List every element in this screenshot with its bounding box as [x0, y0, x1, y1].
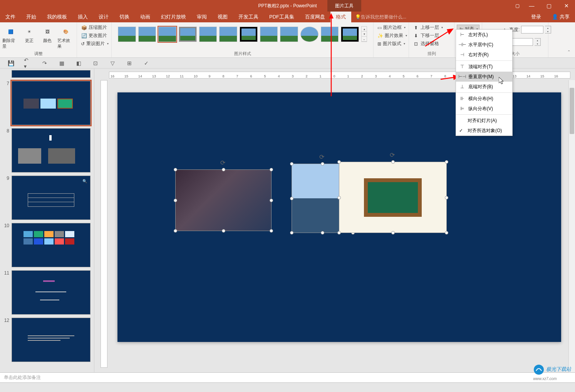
share-button[interactable]: 👤 共享 — [547, 13, 575, 20]
slide-thumbnail-panel[interactable]: 7 8 9 � — [0, 69, 94, 372]
qat-btn-6[interactable]: ⊡ — [92, 59, 99, 67]
undo-button[interactable]: ↶ ▾ — [24, 59, 32, 67]
align-selected-objects-item[interactable]: ✓对齐所选对象(O) — [456, 126, 512, 136]
align-bottom-item[interactable]: ⊥底端对齐(B) — [456, 82, 512, 92]
svg-point-7 — [534, 365, 544, 375]
width-spinner[interactable]: ▴▾ — [535, 38, 541, 46]
style-thumb-2[interactable] — [138, 27, 156, 42]
rotate-handle-icon[interactable]: ⟳ — [390, 151, 396, 157]
align-to-slide-item[interactable]: 对齐幻灯片(A) — [456, 116, 512, 126]
watermark: 极光下载站 www.xz7.com — [533, 364, 571, 381]
style-thumb-12[interactable] — [341, 27, 359, 42]
selected-image-3[interactable]: ⟳ — [339, 162, 447, 233]
style-thumb-3[interactable] — [158, 27, 176, 42]
distribute-v-item[interactable]: ⊫纵向分布(V) — [456, 104, 512, 114]
align-dropdown-menu: ⊢左对齐(L) ⊣⊢水平居中(C) ⊣右对齐(R) ⊤顶端对齐(T) ⊢⊣垂直居… — [456, 29, 513, 136]
slide-thumbnail-7[interactable]: 7 — [0, 79, 94, 127]
tab-baidu[interactable]: 百度网盘 — [300, 12, 330, 22]
tab-pdf[interactable]: PDF工具集 — [264, 12, 300, 22]
tab-insert[interactable]: 插入 — [72, 12, 93, 22]
corrections-button[interactable]: ☀ 更正 — [21, 24, 38, 49]
collapse-ribbon-button[interactable]: ⌃ — [567, 50, 573, 56]
align-center-h-item[interactable]: ⊣⊢水平居中(C) — [456, 40, 512, 50]
change-picture-button[interactable]: 🔄更改图片 — [79, 32, 109, 39]
style-thumb-1[interactable] — [118, 27, 136, 42]
qat-btn-5[interactable]: ◧ — [75, 59, 82, 67]
picture-layout-button[interactable]: ⊞图片版式▾ — [376, 40, 406, 47]
qat-btn-8[interactable]: ⊞ — [126, 59, 133, 67]
save-button[interactable]: 💾 — [7, 59, 15, 67]
maximize-button[interactable]: ▢ — [540, 0, 558, 12]
slide-thumbnail-12[interactable]: 12 — [0, 316, 94, 364]
align-left-item[interactable]: ⊢左对齐(L) — [456, 30, 512, 40]
notes-placeholder: 单击此处添加备注 — [4, 375, 41, 380]
send-backward-button[interactable]: ⬇下移一层 — [411, 32, 452, 39]
style-thumb-8[interactable] — [260, 27, 278, 42]
minimize-button[interactable]: — — [523, 0, 540, 12]
align-top-item[interactable]: ⊤顶端对齐(T) — [456, 62, 512, 72]
tab-transitions[interactable]: 切换 — [114, 12, 135, 22]
gallery-expand-button[interactable]: ▴▾⌄ — [361, 26, 367, 42]
qat-btn-9[interactable]: ✓ — [142, 59, 150, 67]
rotate-handle-icon[interactable]: ⟳ — [220, 159, 226, 165]
color-button[interactable]: 🖼 颜色 — [39, 24, 56, 49]
selection-pane-button[interactable]: ⊡选择窗格 — [411, 40, 452, 47]
style-thumb-9[interactable] — [280, 27, 298, 42]
style-thumb-4[interactable] — [179, 27, 197, 42]
tab-view[interactable]: 视图 — [212, 12, 233, 22]
notes-pane[interactable]: 单击此处添加备注 — [0, 372, 575, 382]
tab-templates[interactable]: 我的模板 — [42, 12, 72, 22]
artistic-effects-button[interactable]: 🎨 艺术效果 — [57, 24, 74, 49]
selection-icon: ⊡ — [413, 41, 419, 47]
reset-picture-button[interactable]: ↺重设图片▾ — [79, 40, 109, 47]
height-input[interactable] — [521, 26, 543, 34]
align-right-icon: ⊣ — [459, 52, 465, 58]
close-button[interactable]: ✕ — [558, 0, 575, 12]
ribbon-display-options[interactable]: ▢ — [511, 0, 523, 12]
bring-forward-button[interactable]: ⬆上移一层▾ — [411, 24, 452, 31]
style-thumb-11[interactable] — [321, 27, 339, 42]
compress-pictures-button[interactable]: 📦压缩图片 — [79, 24, 109, 31]
qat-btn-7[interactable]: ▽ — [109, 59, 116, 67]
thumb-number: 7 — [3, 81, 9, 125]
selected-image-1[interactable]: ⟳ — [175, 169, 272, 231]
tab-slideshow[interactable]: 幻灯片放映 — [156, 12, 191, 22]
tab-animations[interactable]: 动画 — [135, 12, 156, 22]
tab-developer[interactable]: 开发工具 — [233, 12, 264, 22]
slide-thumbnail-8[interactable]: 8 — [0, 127, 94, 174]
align-middle-v-item[interactable]: ⊢⊣垂直居中(M) — [456, 72, 512, 82]
remove-background-button[interactable]: 🟦 删除背景 — [2, 24, 19, 49]
vertical-scrollbar[interactable] — [568, 80, 575, 372]
tab-home[interactable]: 开始 — [21, 12, 42, 22]
style-thumb-5[interactable] — [199, 27, 217, 42]
slide-thumbnail-6-partial[interactable] — [0, 70, 94, 79]
style-thumb-6[interactable] — [219, 27, 237, 42]
tell-me-search[interactable]: 💡 告诉我您想要做什么... — [351, 14, 410, 20]
thumb-number: 12 — [3, 318, 9, 362]
slide-thumbnail-11[interactable]: 11 — [0, 269, 94, 316]
slide-thumbnail-10[interactable]: 10 — [0, 221, 94, 269]
height-spinner[interactable]: ▴▾ — [545, 26, 551, 34]
picture-border-button[interactable]: ▭图片边框▾ — [376, 24, 406, 31]
align-right-item[interactable]: ⊣右对齐(R) — [456, 50, 512, 60]
ribbon-tabs: 文件 开始 我的模板 插入 设计 切换 动画 幻灯片放映 审阅 视图 开发工具 … — [0, 12, 575, 22]
rotate-handle-icon[interactable]: ⟳ — [319, 153, 325, 159]
style-thumb-7[interactable] — [240, 27, 258, 42]
picture-effects-button[interactable]: ✨图片效果▾ — [376, 32, 406, 39]
tab-review[interactable]: 审阅 — [191, 12, 212, 22]
style-thumb-10[interactable] — [300, 27, 319, 42]
align-center-h-icon: ⊣⊢ — [459, 42, 465, 48]
brightness-icon: ☀ — [23, 25, 35, 38]
group-label-adjust: 调整 — [0, 51, 77, 57]
tab-file[interactable]: 文件 — [0, 12, 21, 22]
login-button[interactable]: 登录 — [526, 13, 547, 20]
tab-design[interactable]: 设计 — [93, 12, 114, 22]
tab-format[interactable]: 格式 — [330, 12, 351, 22]
width-input[interactable] — [511, 38, 533, 46]
distribute-h-item[interactable]: ⊪横向分布(H) — [456, 94, 512, 104]
picture-styles-gallery[interactable]: ▴▾⌄ — [114, 24, 371, 44]
slide-thumbnail-9[interactable]: 9 🔍 — [0, 174, 94, 221]
scroll-thumb[interactable] — [570, 88, 574, 134]
redo-button[interactable]: ↷ — [41, 59, 49, 67]
start-from-beginning-button[interactable]: ▦ — [58, 59, 65, 67]
